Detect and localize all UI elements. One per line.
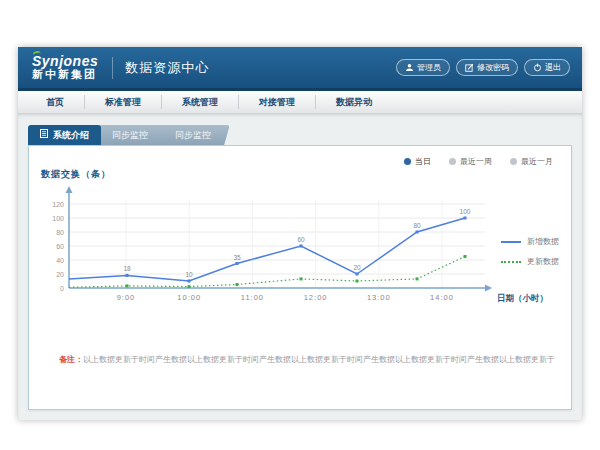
- tab-label: 同步监控: [175, 125, 211, 145]
- radio-icon: [510, 158, 517, 165]
- radio-icon: [404, 158, 411, 165]
- chart-panel: 当日 最近一周 最近一月 数据交换（条） 0204060801001209:00…: [28, 145, 572, 410]
- user-actions: 管理员 修改密码 退出: [396, 47, 570, 88]
- legend-item-update-data: 更新数据: [501, 256, 559, 267]
- header-divider: [112, 57, 113, 79]
- radio-last-month[interactable]: 最近一月: [510, 156, 553, 167]
- svg-text:80: 80: [56, 229, 64, 236]
- logout-button-label: 退出: [545, 62, 561, 73]
- tab-sync-monitor-2[interactable]: 同步监控: [156, 125, 230, 145]
- change-password-button-label: 修改密码: [477, 62, 509, 73]
- svg-text:100: 100: [52, 215, 64, 222]
- legend-label: 更新数据: [527, 256, 559, 267]
- nav-item-standards[interactable]: 标准管理: [84, 95, 161, 109]
- radio-label: 最近一周: [460, 156, 492, 167]
- logo-company: 新中新集团: [32, 69, 98, 81]
- user-icon: [405, 63, 414, 72]
- svg-text:60: 60: [56, 243, 64, 250]
- svg-text:60: 60: [297, 236, 305, 243]
- svg-text:80: 80: [413, 222, 421, 229]
- svg-text:0: 0: [60, 285, 64, 292]
- radio-label: 最近一月: [521, 156, 553, 167]
- logo: Synjones 新中新集团: [18, 54, 98, 80]
- app-header: Synjones 新中新集团 数据资源中心 管理员 修改密码: [18, 47, 582, 88]
- tab-bar: 系统介绍 同步监控 同步监控: [28, 125, 227, 145]
- app-window: Synjones 新中新集团 数据资源中心 管理员 修改密码: [18, 47, 582, 420]
- change-password-button[interactable]: 修改密码: [456, 59, 518, 76]
- svg-text:9:00: 9:00: [117, 293, 136, 302]
- admin-button-label: 管理员: [417, 62, 441, 73]
- radio-today[interactable]: 当日: [404, 156, 431, 167]
- tab-label: 同步监控: [112, 125, 148, 145]
- chart-legend: 新增数据 更新数据: [501, 234, 559, 269]
- nav-item-home[interactable]: 首页: [26, 95, 84, 109]
- radio-icon: [449, 158, 456, 165]
- y-axis-title: 数据交换（条）: [41, 168, 111, 181]
- svg-text:日期（小时）: 日期（小时）: [497, 293, 548, 303]
- tab-system-intro[interactable]: 系统介绍: [28, 125, 101, 145]
- range-filter: 当日 最近一周 最近一月: [404, 156, 553, 167]
- admin-button[interactable]: 管理员: [396, 59, 450, 76]
- logout-button[interactable]: 退出: [524, 59, 570, 76]
- svg-text:13:00: 13:00: [367, 293, 391, 302]
- radio-label: 当日: [415, 156, 431, 167]
- legend-line-solid-icon: [501, 241, 521, 243]
- logo-brand: Synjones: [32, 54, 98, 69]
- svg-text:18: 18: [123, 265, 131, 272]
- tab-label: 系统介绍: [53, 125, 89, 145]
- svg-text:10: 10: [185, 271, 193, 278]
- edit-icon: [465, 63, 474, 72]
- line-chart: 0204060801001209:0010:0011:0012:0013:001…: [33, 184, 568, 316]
- svg-text:12:00: 12:00: [304, 293, 328, 302]
- legend-label: 新增数据: [527, 236, 559, 247]
- svg-text:14:00: 14:00: [430, 293, 454, 302]
- footnote-text: 以上数据更新于时间产生数据以上数据更新于时间产生数据以上数据更新于时间产生数据以…: [83, 355, 555, 364]
- page-title: 数据资源中心: [125, 59, 209, 77]
- footnote-prefix: 备注：: [59, 355, 83, 364]
- svg-text:10:00: 10:00: [177, 293, 201, 302]
- svg-text:11:00: 11:00: [241, 293, 264, 302]
- svg-text:20: 20: [353, 264, 361, 271]
- svg-text:100: 100: [460, 208, 471, 215]
- legend-item-new-data: 新增数据: [501, 236, 559, 247]
- nav-item-changes[interactable]: 数据异动: [315, 95, 392, 109]
- main-nav: 首页 标准管理 系统管理 对接管理 数据异动: [18, 91, 582, 113]
- legend-line-dotted-icon: [501, 261, 521, 263]
- footnote: 备注：以上数据更新于时间产生数据以上数据更新于时间产生数据以上数据更新于时间产生…: [59, 354, 555, 365]
- svg-text:40: 40: [56, 257, 64, 264]
- nav-item-system[interactable]: 系统管理: [161, 95, 238, 109]
- svg-text:35: 35: [233, 254, 241, 261]
- power-icon: [533, 63, 542, 72]
- svg-text:20: 20: [56, 271, 64, 278]
- radio-last-week[interactable]: 最近一周: [449, 156, 492, 167]
- svg-text:120: 120: [52, 201, 64, 208]
- content-area: 系统介绍 同步监控 同步监控 当日 最近一周: [18, 113, 582, 420]
- nav-item-interface[interactable]: 对接管理: [238, 95, 315, 109]
- document-icon: [40, 125, 48, 145]
